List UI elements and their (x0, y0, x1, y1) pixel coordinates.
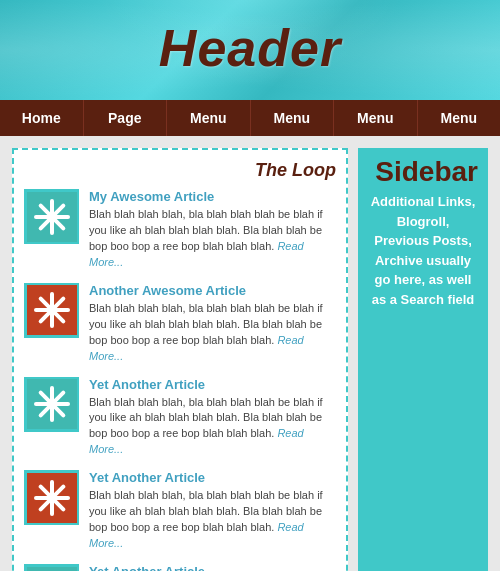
article-thumbnail (24, 564, 79, 571)
article-text: Blah blah blah blah, bla blah blah blah … (89, 488, 336, 552)
main-nav: Home Page Menu Menu Menu Menu (0, 100, 500, 136)
svg-point-19 (48, 306, 56, 314)
article-item: Yet Another Article Blah blah blah blah,… (24, 377, 336, 459)
nav-page[interactable]: Page (84, 100, 168, 136)
article-title[interactable]: Yet Another Article (89, 564, 336, 571)
svg-point-47 (48, 494, 56, 502)
article-thumbnail (24, 283, 79, 338)
svg-rect-56 (27, 567, 77, 572)
article-text: Blah blah blah blah, bla blah blah blah … (89, 301, 336, 365)
nav-menu-1[interactable]: Menu (167, 100, 251, 136)
article-title[interactable]: Yet Another Article (89, 470, 336, 485)
nav-home[interactable]: Home (0, 100, 84, 136)
nav-menu-2[interactable]: Menu (251, 100, 335, 136)
read-more-link[interactable]: Read More... (89, 240, 304, 268)
nav-menu-3[interactable]: Menu (334, 100, 418, 136)
article-body: Another Awesome Article Blah blah blah b… (89, 283, 336, 365)
sidebar: Sidebar Additional Links, Blogroll, Prev… (358, 148, 488, 571)
article-thumbnail (24, 189, 79, 244)
article-text: Blah blah blah blah, bla blah blah blah … (89, 395, 336, 459)
loop-title: The Loop (24, 160, 336, 181)
read-more-link[interactable]: Read More... (89, 334, 304, 362)
article-body: My Awesome Article Blah blah blah blah, … (89, 189, 336, 271)
article-item: Another Awesome Article Blah blah blah b… (24, 283, 336, 365)
main-container: The Loop (0, 136, 500, 571)
sidebar-text: Additional Links, Blogroll, Previous Pos… (368, 192, 478, 571)
read-more-link[interactable]: Read More... (89, 427, 304, 455)
article-body: Yet Another Article Blah blah blah blah,… (89, 377, 336, 459)
article-item: Yet Another Article Blah blah blah blah,… (24, 564, 336, 571)
article-title[interactable]: Another Awesome Article (89, 283, 336, 298)
article-item: Yet Another Article Blah blah blah blah,… (24, 470, 336, 552)
read-more-link[interactable]: Read More... (89, 521, 304, 549)
svg-point-5 (48, 213, 56, 221)
article-thumbnail (24, 377, 79, 432)
article-title[interactable]: My Awesome Article (89, 189, 336, 204)
article-body: Yet Another Article Blah blah blah blah,… (89, 470, 336, 552)
articles-list: My Awesome Article Blah blah blah blah, … (24, 189, 336, 571)
article-body: Yet Another Article Blah blah blah blah,… (89, 564, 336, 571)
sidebar-title: Sidebar (368, 158, 478, 186)
svg-point-33 (48, 400, 56, 408)
article-title[interactable]: Yet Another Article (89, 377, 336, 392)
site-header: Header (0, 0, 500, 100)
article-item: My Awesome Article Blah blah blah blah, … (24, 189, 336, 271)
content-area: The Loop (12, 148, 348, 571)
nav-menu-4[interactable]: Menu (418, 100, 501, 136)
article-text: Blah blah blah blah, bla blah blah blah … (89, 207, 336, 271)
article-thumbnail (24, 470, 79, 525)
site-title: Header (20, 18, 480, 78)
